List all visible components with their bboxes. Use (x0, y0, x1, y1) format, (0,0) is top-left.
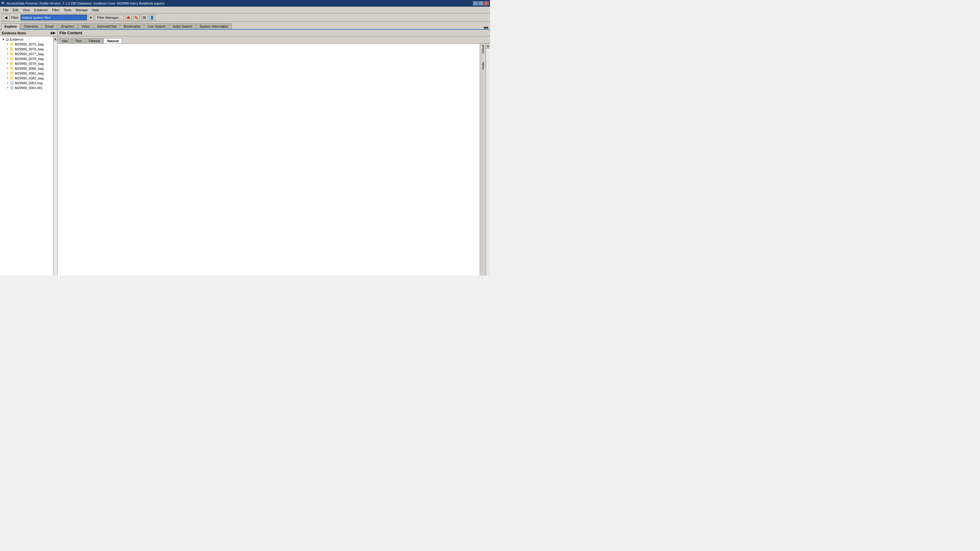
tree-label: M29990_0001.img (15, 81, 43, 85)
tab-arrows: ◀ ▶ (483, 26, 489, 29)
tree-item-evidence[interactable]: ▼ 🗂 Evidence (1, 37, 52, 42)
expand-icon: + (5, 86, 10, 89)
close-button[interactable]: ✕ (484, 1, 489, 5)
toolbar-bookmark-icon[interactable]: 🔖 (133, 14, 140, 21)
toolbar-back-icon[interactable]: ◀ (2, 14, 10, 21)
evidence-icon: 🗂 (5, 37, 9, 41)
tree-item-0079[interactable]: + 📁 M29990_0079_bag (1, 61, 52, 66)
content-tab-text[interactable]: Text (72, 38, 85, 43)
menu-evidence[interactable]: Evidence (32, 8, 49, 13)
expand-icon: + (5, 77, 10, 80)
tree-item-0077[interactable]: + 📁 M29990_0077_bag (1, 51, 52, 56)
tree-item-0078[interactable]: + 📁 M29990_0078_bag (1, 56, 52, 61)
content-area (57, 44, 480, 275)
evidence-items-header: Evidence Items ◀ ▶ (0, 30, 57, 37)
file-content-title: File Content (59, 30, 82, 35)
tree-item-0075[interactable]: + 📁 M29990_0075_bag (1, 42, 52, 47)
toolbar-layout-icon[interactable]: ⊞ (141, 14, 148, 21)
titlebar-title: 🔍 AccessData Forensic Toolkit Version: 7… (1, 2, 164, 5)
app-icon: 🔍 (1, 2, 5, 5)
folder-icon: 📁 (10, 62, 14, 66)
sidebar-media-label: Media (482, 62, 485, 70)
tab-index-search[interactable]: Index Search (169, 23, 196, 29)
tab-left-arrow[interactable]: ◀ (483, 26, 486, 29)
tree-label: M29990_0075_bag (15, 43, 44, 46)
filter-dropdown[interactable]: ▼ (89, 14, 93, 21)
tree-label: M29990_0080_bag (15, 67, 44, 70)
disk-icon: 💿 (10, 86, 14, 90)
content-scroll-up[interactable]: ▲ (486, 44, 490, 49)
title-text: AccessData Forensic Toolkit Version: 7.1… (7, 2, 164, 5)
expand-icon: + (5, 48, 10, 51)
folder-icon: 📁 (10, 47, 14, 51)
titlebar: 🔍 AccessData Forensic Toolkit Version: 7… (0, 0, 490, 7)
menu-help[interactable]: Help (91, 8, 101, 13)
menu-filter[interactable]: Filter (50, 8, 61, 13)
tree-label: M29990_0081_bag (15, 71, 44, 75)
tree-label: M29990_0076_bag (15, 47, 44, 51)
menubar: File Edit View Evidence Filter Tools Man… (0, 7, 490, 13)
tabbar: Explore Overview Email Graphics Video In… (0, 22, 490, 30)
tab-overview[interactable]: Overview (21, 23, 41, 29)
tree-item-0076[interactable]: + 📁 M29990_0076_bag (1, 47, 52, 51)
tab-graphics[interactable]: Graphics (57, 23, 78, 29)
maximize-button[interactable]: □ (479, 1, 483, 5)
content-tabs: Hex Text Filtered Natural (57, 37, 490, 44)
tab-email[interactable]: Email (42, 23, 57, 29)
content-scroll-track (486, 49, 490, 275)
tree-item-0080[interactable]: + 📁 M29990_0080_bag (1, 66, 52, 71)
expand-icon: + (5, 72, 10, 75)
tree-label: Evidence (10, 38, 23, 41)
folder-icon: 📁 (10, 57, 14, 61)
expand-icon: + (5, 62, 10, 65)
filter-manager-button[interactable]: Filter Manager... (95, 14, 124, 21)
filter-label: Filter: (11, 16, 19, 19)
tab-bookmarks[interactable]: Bookmarks (120, 23, 144, 29)
content-tab-hex[interactable]: Hex (59, 38, 72, 43)
expand-icon: ▼ (1, 38, 5, 41)
window-controls: ─ □ ✕ (473, 1, 489, 5)
tab-system-information[interactable]: System Information (196, 23, 232, 29)
scroll-track (53, 41, 57, 275)
menu-file[interactable]: File (1, 8, 10, 13)
tab-explore[interactable]: Explore (1, 23, 20, 30)
minimize-button[interactable]: ─ (473, 1, 478, 5)
panel-right-arrow[interactable]: ▶ (53, 31, 56, 35)
expand-icon: + (5, 52, 10, 56)
content-tab-filtered[interactable]: Filtered (86, 38, 103, 43)
folder-icon: 📁 (10, 52, 14, 56)
content-vscrollbar[interactable]: ▲ ▼ (486, 44, 490, 275)
tree-label: M29990_0082_bag (15, 76, 44, 80)
scroll-up-arrow[interactable]: ▲ (53, 37, 57, 41)
folder-icon: 📁 (10, 76, 14, 80)
tab-right-arrow[interactable]: ▶ (486, 26, 489, 29)
tree-label: M29990_0079_bag (15, 62, 44, 65)
tree-item-0082[interactable]: + 📁 M29990_0082_bag (1, 76, 52, 81)
sidebar-default-label: Default (482, 45, 485, 54)
tree-item-0063[interactable]: + 💿 M29990_0063.001 (1, 86, 52, 91)
tab-live-search[interactable]: Live Search (144, 23, 169, 29)
expand-icon: + (5, 67, 10, 70)
file-content-header: File Content (57, 30, 490, 37)
filter-input[interactable] (21, 14, 88, 21)
toolbar: ◀ Filter: ▼ Filter Manager... 📤 🔖 ⊞ 👤 (0, 13, 490, 22)
toolbar-export-icon[interactable]: 📤 (125, 14, 132, 21)
tab-internet-chat[interactable]: Internet/Chat (94, 23, 120, 29)
expand-icon: + (5, 57, 10, 60)
tree-item-0081[interactable]: + 📁 M29990_0081_bag (1, 71, 52, 76)
tree-item-0001img[interactable]: + 💿 M29990_0001.img (1, 81, 52, 86)
menu-view[interactable]: View (21, 8, 32, 13)
panel-arrows: ◀ ▶ (50, 31, 56, 35)
right-panel: File Content Hex Text Filtered Natural D… (57, 30, 490, 275)
tab-video[interactable]: Video (78, 23, 93, 29)
tree-label: M29990_0078_bag (15, 57, 44, 60)
content-tab-natural[interactable]: Natural (104, 38, 122, 43)
menu-edit[interactable]: Edit (11, 8, 20, 13)
tree-scrollbar[interactable]: ▲ ▼ (53, 37, 57, 275)
toolbar-user-icon[interactable]: 👤 (149, 14, 156, 21)
panel-left-arrow[interactable]: ◀ (50, 31, 52, 35)
menu-tools[interactable]: Tools (62, 8, 73, 13)
right-sidebar: Default Media (480, 44, 486, 275)
folder-icon: 📁 (10, 71, 14, 75)
menu-manage[interactable]: Manage (74, 8, 90, 13)
